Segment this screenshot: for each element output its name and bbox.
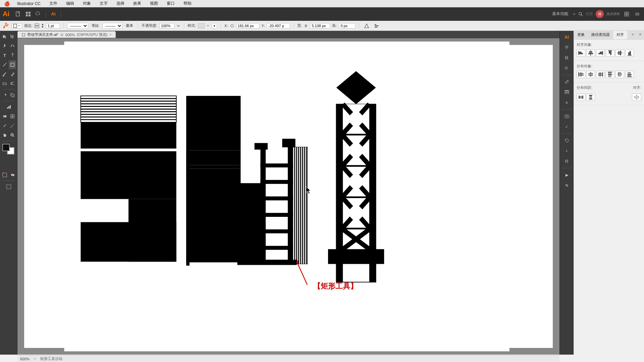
chart-tool-btn[interactable] xyxy=(1,103,16,111)
dist-left-edges-btn[interactable] xyxy=(577,71,585,78)
x-value-input[interactable] xyxy=(236,23,260,28)
eraser-tool-btn[interactable] xyxy=(1,79,8,88)
stroke-value-input[interactable] xyxy=(46,23,60,28)
right-panel-add[interactable]: + xyxy=(561,146,573,156)
direct-select-tool-btn[interactable] xyxy=(9,32,16,41)
toolbar-btn-grid[interactable] xyxy=(24,10,32,18)
menu-window[interactable]: 窗口 xyxy=(165,1,176,6)
menu-help[interactable]: 帮助 xyxy=(182,1,193,6)
space-vert-btn[interactable] xyxy=(586,94,595,101)
opacity-input[interactable] xyxy=(159,23,174,28)
rect-tool-btn[interactable] xyxy=(9,60,16,69)
panel-menu-btn[interactable]: ≡ xyxy=(637,31,644,39)
right-panel-text[interactable]: 字 xyxy=(561,43,573,52)
right-panel-symbol[interactable]: 符 xyxy=(561,157,573,166)
line-tool-btn[interactable] xyxy=(1,60,8,69)
eyedrop-tool-btn[interactable] xyxy=(1,121,8,130)
menu-file[interactable]: 文件 xyxy=(48,1,59,6)
dash-select[interactable]: ————— xyxy=(102,23,122,29)
right-panel-link-out[interactable] xyxy=(561,77,573,86)
align-panel-btn[interactable] xyxy=(373,22,381,30)
foreground-swatch[interactable] xyxy=(2,144,10,151)
path-shape-selector[interactable] xyxy=(11,23,22,28)
dist-right-edges-btn[interactable] xyxy=(596,71,605,78)
right-panel-paragraph[interactable]: 段 xyxy=(561,53,573,62)
style-swatch[interactable] xyxy=(198,23,205,28)
menu-effect[interactable]: 效果 xyxy=(132,1,143,6)
paintbrush-tool-btn[interactable] xyxy=(1,70,8,78)
apple-menu[interactable]: 🍎 xyxy=(4,1,10,6)
scissors-tool-btn[interactable] xyxy=(9,79,16,88)
menu-object[interactable]: 对象 xyxy=(82,1,92,6)
gradient-tool-btn[interactable] xyxy=(1,112,8,121)
menu-edit[interactable]: 编辑 xyxy=(65,1,75,6)
right-panel-layers[interactable] xyxy=(561,87,573,97)
align-to-dropdown[interactable] xyxy=(632,94,641,101)
search-icon[interactable] xyxy=(578,12,583,16)
fill-none-btn[interactable] xyxy=(1,171,8,179)
pen-tool-btn[interactable] xyxy=(1,42,8,50)
align-left-btn[interactable] xyxy=(577,49,585,57)
document-tab[interactable]: 劳动节演示文件.ai* @ 600% (CMYK/GPU 预览) × xyxy=(17,31,116,38)
measure-tool-btn[interactable] xyxy=(9,121,16,130)
toolbar-btn-ai-icon[interactable]: Ai xyxy=(49,10,57,18)
right-panel-artboards[interactable]: ≡ xyxy=(561,98,573,107)
menu-view[interactable]: 视图 xyxy=(149,1,159,6)
swap-colors-btn[interactable] xyxy=(9,171,16,179)
align-vcenter-btn[interactable] xyxy=(615,49,624,57)
dist-hcenter-btn[interactable] xyxy=(586,71,595,78)
height-value-input[interactable] xyxy=(339,23,356,28)
tab-close-btn[interactable]: × xyxy=(109,33,111,37)
workspace-label[interactable]: 基本功能 xyxy=(550,10,570,17)
align-hcenter-btn[interactable] xyxy=(586,49,595,57)
menu-type[interactable]: 文字 xyxy=(98,1,109,6)
tab-pathfinder[interactable]: 路径查找器 xyxy=(588,31,613,39)
zoom-tool-btn[interactable] xyxy=(9,131,16,139)
menu-select[interactable]: 选择 xyxy=(115,1,126,6)
pencil-tool-btn[interactable] xyxy=(9,70,16,78)
y-value-input[interactable] xyxy=(267,23,290,28)
status-zoom-dropdown[interactable] xyxy=(34,358,36,360)
space-horiz-btn[interactable] xyxy=(577,94,585,101)
dist-vcenter-btn[interactable] xyxy=(615,71,624,78)
curvature-tool-btn[interactable] xyxy=(9,42,16,50)
right-panel-ai[interactable]: Ai xyxy=(561,32,573,42)
hand-tool-btn[interactable] xyxy=(1,131,8,139)
panel-expand-control[interactable]: » xyxy=(629,31,636,39)
right-panel-link[interactable] xyxy=(561,181,573,190)
scale-tool-btn[interactable] xyxy=(9,91,16,100)
right-panel-camera[interactable] xyxy=(561,112,573,121)
right-panel-check[interactable]: ✓ xyxy=(561,122,573,131)
rotate-tool-btn[interactable] xyxy=(1,91,8,100)
tool-separator-2 xyxy=(3,101,15,101)
toolbar-btn-cloud[interactable] xyxy=(34,10,42,18)
stroke-profile-select[interactable]: ——— xyxy=(67,23,88,29)
tab-transform[interactable]: 变换 xyxy=(574,31,588,39)
touch-type-tool-btn[interactable]: T̃ xyxy=(9,51,16,60)
transform-btn[interactable] xyxy=(363,22,371,30)
type-tool-btn[interactable]: T xyxy=(1,51,8,60)
right-panel-color[interactable] xyxy=(561,136,573,145)
tab-align[interactable]: 对齐 xyxy=(613,31,627,39)
toolbar-btn-new[interactable] xyxy=(14,10,22,18)
align-right-btn[interactable] xyxy=(596,49,605,57)
stroke-up-btn[interactable]: ▲ ▼ xyxy=(41,23,44,28)
canvas-container: 劳动节演示文件.ai* @ 600% (CMYK/GPU 预览) × xyxy=(17,31,559,355)
canvas-area[interactable]: 【矩形工具】 xyxy=(17,38,559,355)
profile-pic[interactable]: 德 xyxy=(596,10,604,18)
right-panel-opentype[interactable]: O. xyxy=(561,63,573,73)
right-panel-play[interactable]: ▶ xyxy=(561,170,573,180)
align-top-btn[interactable] xyxy=(606,49,614,57)
style-options-btn[interactable]: ● xyxy=(211,23,217,29)
mesh-tool-btn[interactable] xyxy=(9,112,16,121)
panel-expand-btn[interactable] xyxy=(623,10,631,18)
select-tool-btn[interactable] xyxy=(1,32,8,41)
stroke-color-icon[interactable] xyxy=(35,23,39,28)
artboard-tool-btn[interactable] xyxy=(1,182,16,191)
width-value-input[interactable] xyxy=(310,23,330,28)
dist-top-edges-btn[interactable] xyxy=(606,71,614,78)
align-bottom-btn[interactable] xyxy=(625,49,634,57)
menu-illustrator[interactable]: Illustrator CC xyxy=(16,1,42,6)
panel-collapse-btn[interactable] xyxy=(633,10,641,18)
dist-bottom-edges-btn[interactable] xyxy=(625,71,634,78)
